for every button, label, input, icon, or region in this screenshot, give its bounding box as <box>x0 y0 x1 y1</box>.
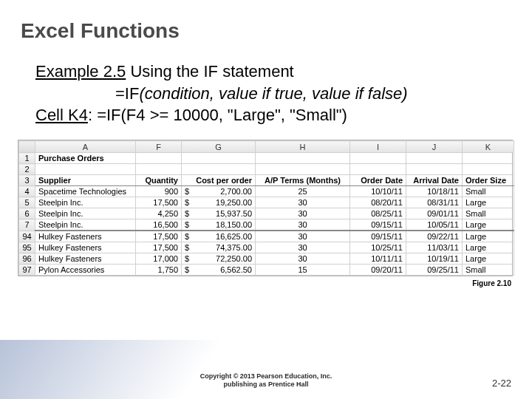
copyright-line2: publishing as Prentice Hall <box>0 381 532 389</box>
table-row: 97Pylon Accessories1,750$6,562.501509/20… <box>19 265 514 276</box>
cell-header[interactable]: Arrival Date <box>406 175 463 186</box>
row-header[interactable]: 6 <box>19 208 35 219</box>
cell-terms[interactable]: 30 <box>256 231 350 242</box>
cell-size[interactable]: Large <box>463 253 514 265</box>
col-header[interactable]: I <box>350 141 406 153</box>
cell-size[interactable]: Large <box>463 231 514 242</box>
row-header[interactable]: 1 <box>19 153 35 164</box>
cell-size[interactable]: Large <box>463 197 514 208</box>
spreadsheet: A F G H I J K 1Purchase Orders23Supplier… <box>18 140 513 276</box>
row-header[interactable]: 2 <box>19 164 35 175</box>
cell-supplier[interactable]: Steelpin Inc. <box>35 197 136 208</box>
cell-header[interactable]: Order Size <box>463 175 514 186</box>
slide: Excel Functions Example 2.5 Using the IF… <box>0 0 532 399</box>
table-row: 7Steelpin Inc.16,500$18,150.003009/15/11… <box>19 219 514 231</box>
cell-supplier[interactable]: Pylon Accessories <box>35 265 136 276</box>
row-header[interactable]: 97 <box>19 265 35 276</box>
table-row: 1Purchase Orders <box>19 153 514 164</box>
example-label: Example 2.5 <box>35 62 126 81</box>
row-header[interactable]: 95 <box>19 242 35 253</box>
cell-size[interactable]: Large <box>463 219 514 231</box>
example-rest: Using the IF statement <box>126 62 293 81</box>
cell-qty[interactable]: 17,500 <box>136 242 182 253</box>
row-header[interactable]: 7 <box>19 219 35 231</box>
table-row: 96Hulkey Fasteners17,000$72,250.003010/1… <box>19 253 514 265</box>
cell-cost[interactable]: $74,375.00 <box>182 242 256 253</box>
cell-supplier[interactable]: Hulkey Fasteners <box>35 242 136 253</box>
cell-terms[interactable]: 30 <box>256 197 350 208</box>
cell-header[interactable]: Order Date <box>350 175 406 186</box>
cell-arrival[interactable]: 09/01/11 <box>406 208 463 219</box>
cell-terms[interactable]: 30 <box>256 242 350 253</box>
cell-qty[interactable]: 17,000 <box>136 253 182 265</box>
cell-terms[interactable]: 30 <box>256 208 350 219</box>
cell-cost[interactable]: $16,625.00 <box>182 231 256 242</box>
cell-arrival[interactable]: 10/05/11 <box>406 219 463 231</box>
cell-order[interactable]: 10/11/11 <box>350 253 406 265</box>
cell-arrival[interactable]: 08/31/11 <box>406 197 463 208</box>
cell-cost[interactable]: $19,250.00 <box>182 197 256 208</box>
cell-header[interactable]: Supplier <box>35 175 136 186</box>
row-header[interactable]: 3 <box>19 175 35 186</box>
col-header[interactable]: G <box>182 141 256 153</box>
cell-line: Cell K4: =IF(F4 >= 10000, "Large", "Smal… <box>35 104 505 126</box>
column-header-row: A F G H I J K <box>19 141 514 153</box>
col-header[interactable]: K <box>463 141 514 153</box>
col-header[interactable]: J <box>406 141 463 153</box>
table-row: 6Steelpin Inc.4,250$15,937.503008/25/110… <box>19 208 514 219</box>
cell-size[interactable]: Small <box>463 265 514 276</box>
cell-terms[interactable]: 15 <box>256 265 350 276</box>
cell-order[interactable]: 09/15/11 <box>350 219 406 231</box>
cell-header[interactable]: Cost per order <box>182 175 256 186</box>
cell-order[interactable]: 08/25/11 <box>350 208 406 219</box>
cell-qty[interactable]: 4,250 <box>136 208 182 219</box>
example-line: Example 2.5 Using the IF statement <box>35 61 505 83</box>
cell-order[interactable]: 10/10/11 <box>350 186 406 197</box>
slide-content: Example 2.5 Using the IF statement =IF(c… <box>0 43 532 126</box>
cell-qty[interactable]: 900 <box>136 186 182 197</box>
cell-qty[interactable]: 17,500 <box>136 231 182 242</box>
cell-supplier[interactable]: Hulkey Fasteners <box>35 253 136 265</box>
cell-arrival[interactable]: 10/18/11 <box>406 186 463 197</box>
table-row: 4Spacetime Technologies900$2,700.002510/… <box>19 186 514 197</box>
cell-supplier[interactable]: Hulkey Fasteners <box>35 231 136 242</box>
cell-formula: : =IF(F4 >= 10000, "Large", "Small") <box>88 106 347 124</box>
cell-cost[interactable]: $18,150.00 <box>182 219 256 231</box>
cell-size[interactable]: Small <box>463 208 514 219</box>
col-header[interactable]: H <box>256 141 350 153</box>
row-header[interactable]: 4 <box>19 186 35 197</box>
select-all-corner[interactable] <box>19 141 35 153</box>
row-header[interactable]: 5 <box>19 197 35 208</box>
cell-terms[interactable]: 30 <box>256 253 350 265</box>
cell-supplier[interactable]: Spacetime Technologies <box>35 186 136 197</box>
cell-arrival[interactable]: 10/19/11 <box>406 253 463 265</box>
col-header[interactable]: A <box>35 141 136 153</box>
cell-cost[interactable]: $2,700.00 <box>182 186 256 197</box>
cell-order[interactable]: 09/20/11 <box>350 265 406 276</box>
cell-size[interactable]: Small <box>463 186 514 197</box>
row-header[interactable]: 94 <box>19 231 35 242</box>
cell-arrival[interactable]: 09/22/11 <box>406 231 463 242</box>
cell-arrival[interactable]: 11/03/11 <box>406 242 463 253</box>
cell-order[interactable]: 08/20/11 <box>350 197 406 208</box>
col-header[interactable]: F <box>136 141 182 153</box>
cell-cost[interactable]: $15,937.50 <box>182 208 256 219</box>
cell-size[interactable]: Large <box>463 242 514 253</box>
cell-cost[interactable]: $72,250.00 <box>182 253 256 265</box>
cell-title[interactable]: Purchase Orders <box>35 153 136 164</box>
cell-terms[interactable]: 25 <box>256 186 350 197</box>
cell-order[interactable]: 10/25/11 <box>350 242 406 253</box>
cell-terms[interactable]: 30 <box>256 219 350 231</box>
table-row: 94Hulkey Fasteners17,500$16,625.003009/1… <box>19 231 514 242</box>
cell-header[interactable]: A/P Terms (Months) <box>256 175 350 186</box>
cell-header[interactable]: Quantity <box>136 175 182 186</box>
row-header[interactable]: 96 <box>19 253 35 265</box>
cell-arrival[interactable]: 09/25/11 <box>406 265 463 276</box>
cell-order[interactable]: 09/15/11 <box>350 231 406 242</box>
cell-supplier[interactable]: Steelpin Inc. <box>35 219 136 231</box>
cell-cost[interactable]: $6,562.50 <box>182 265 256 276</box>
cell-qty[interactable]: 16,500 <box>136 219 182 231</box>
cell-supplier[interactable]: Steelpin Inc. <box>35 208 136 219</box>
cell-qty[interactable]: 1,750 <box>136 265 182 276</box>
cell-qty[interactable]: 17,500 <box>136 197 182 208</box>
